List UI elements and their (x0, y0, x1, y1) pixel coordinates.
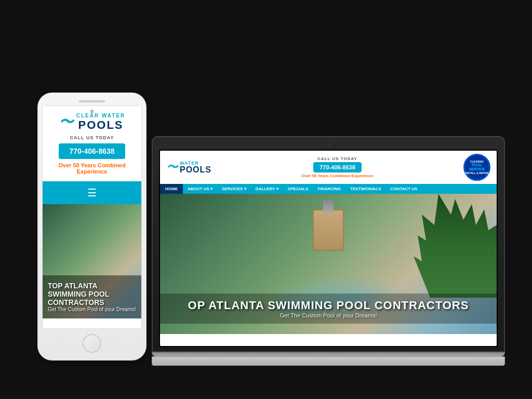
phone-logo: 〜 CLEAR WATER POOLS (48, 112, 136, 132)
hero-subtitle: Get The Custom Pool of your Dreams! (165, 312, 491, 318)
laptop-camera (327, 143, 330, 147)
nav-about[interactable]: ABOUT US ▾ (183, 184, 217, 194)
phone-hero-subtitle: Get The Custom Pool of your Dreams! (48, 307, 136, 312)
call-label: CALL US TODAY (211, 156, 463, 161)
logo-wave-icon: 〜 (166, 159, 178, 175)
hero-title: OP ATLANTA SWIMMING POOL CONTRACTORS (165, 299, 491, 312)
nav-contact[interactable]: CONTACT US (386, 184, 422, 194)
phone-site-header: 〜 CLEAR WATER POOLS CALL US TODAY 770-40… (43, 106, 141, 181)
nav-testimonials[interactable]: TESTIMONIALS (345, 184, 386, 194)
hero-fireplace (313, 209, 344, 251)
site-logo: 〜 WATER POOLS (166, 159, 211, 175)
nav-specials[interactable]: SPECIALS (283, 184, 313, 194)
header-center: CALL US TODAY 770-406-8638 Over 50 Years… (211, 156, 463, 178)
phone-nav-bar: ☰ (43, 181, 141, 204)
tagline: Over 50 Years Combined Experience (211, 174, 463, 178)
laptop-screen: 〜 WATER POOLS CALL US TODAY 770-406-8638… (159, 150, 498, 347)
laptop-body: 〜 WATER POOLS CALL US TODAY 770-406-8638… (152, 136, 505, 352)
phone-logo-wave: 〜 (59, 112, 73, 132)
phone-logo-pools: POOLS (78, 118, 123, 131)
phone-hero-title: TOP ATLANTA SWIMMING POOL CONTRACTORS (48, 282, 136, 307)
badge-line2: POOL SERVICE (465, 163, 489, 172)
laptop-hinge (152, 352, 505, 356)
phone-call-label: CALL US TODAY (48, 135, 136, 140)
nav-gallery[interactable]: GALLERY ▾ (251, 184, 283, 194)
site-hero: OP ATLANTA SWIMMING POOL CONTRACTORS Get… (160, 194, 497, 334)
phone-outer: 〜 CLEAR WATER POOLS CALL US TODAY 770-40… (37, 92, 147, 361)
phone-device: 〜 CLEAR WATER POOLS CALL US TODAY 770-40… (37, 92, 147, 361)
logo-pools-text: POOLS (180, 166, 211, 174)
logo-text: WATER POOLS (180, 161, 211, 174)
hamburger-icon[interactable]: ☰ (87, 187, 97, 199)
phone-tagline-post: Combined (96, 162, 126, 168)
phone-speaker (79, 100, 105, 102)
nav-services[interactable]: SERVICES ▾ (217, 184, 251, 194)
phone-phone-button[interactable]: 770-406-8638 (59, 143, 125, 159)
phone-hero: TOP ATLANTA SWIMMING POOL CONTRACTORS Ge… (43, 204, 141, 318)
phone-tagline-pre: Over (58, 162, 73, 168)
phone-tagline: Over 50 Years Combined Experience (48, 162, 136, 175)
phone-home-button[interactable] (83, 334, 101, 353)
nav-financing[interactable]: FINANCING (313, 184, 345, 194)
nav-home[interactable]: HOME (160, 184, 183, 194)
phone-button[interactable]: 770-406-8638 (313, 162, 362, 172)
phone-screen: 〜 CLEAR WATER POOLS CALL US TODAY 770-40… (42, 105, 142, 329)
hero-overlay: OP ATLANTA SWIMMING POOL CONTRACTORS Get… (160, 294, 497, 324)
scene: 〜 WATER POOLS CALL US TODAY 770-406-8638… (17, 12, 515, 387)
badge: CLEANING POOL SERVICE INSTALL & REPAIR (463, 154, 490, 181)
phone-tagline-line2: Experience (77, 168, 108, 175)
site-nav: HOME ABOUT US ▾ SERVICES ▾ GALLERY ▾ SPE… (160, 184, 497, 194)
phone-hero-overlay: TOP ATLANTA SWIMMING POOL CONTRACTORS Ge… (43, 275, 141, 318)
badge-line3: INSTALL & REPAIR (465, 171, 489, 175)
tagline-highlight: 50 Years (312, 174, 328, 178)
phone-logo-clear: CLEAR WATER (76, 113, 126, 118)
tagline-pre: Over (301, 174, 312, 178)
laptop-base (152, 356, 505, 366)
site-header: 〜 WATER POOLS CALL US TODAY 770-406-8638… (160, 151, 497, 184)
phone-camera (90, 110, 94, 113)
laptop-device: 〜 WATER POOLS CALL US TODAY 770-406-8638… (152, 136, 505, 366)
phone-top (42, 100, 142, 102)
phone-tagline-highlight: 50 Years (73, 162, 96, 168)
tagline-post: Combined Experience (329, 174, 374, 178)
phone-logo-text: CLEAR WATER POOLS (76, 113, 126, 132)
